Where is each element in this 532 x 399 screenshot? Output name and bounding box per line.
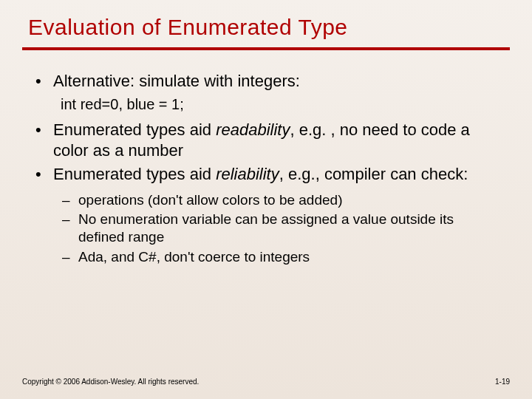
title-rule: [22, 47, 510, 50]
bullet-list: Alternative: simulate with integers:: [31, 71, 501, 92]
footer: Copyright © 2006 Addison-Wesley. All rig…: [22, 378, 510, 386]
dash-list: operations (don't allow colors to be add…: [62, 191, 501, 266]
dash-item: Ada, and C#, don't coerce to integers: [62, 248, 501, 266]
bullet-item: Alternative: simulate with integers:: [31, 71, 501, 92]
slide-content: Alternative: simulate with integers: int…: [22, 71, 510, 266]
bullet-text-em: reliability: [216, 165, 279, 183]
bullet-text-pre: Enumerated types aid: [53, 165, 216, 183]
bullet-text-pre: Enumerated types aid: [53, 120, 216, 139]
page-number: 1-19: [495, 378, 510, 386]
bullet-text: Alternative: simulate with integers:: [53, 72, 300, 90]
bullet-list: Enumerated types aid readability, e.g. ,…: [31, 120, 501, 185]
dash-item: No enumeration variable can be assigned …: [62, 211, 501, 247]
slide-title: Evaluation of Enumerated Type: [28, 15, 510, 40]
bullet-item: Enumerated types aid reliability, e.g., …: [31, 164, 501, 185]
code-line: int red=0, blue = 1;: [61, 95, 501, 114]
copyright-text: Copyright © 2006 Addison-Wesley. All rig…: [22, 378, 199, 386]
bullet-item: Enumerated types aid readability, e.g. ,…: [31, 120, 501, 161]
bullet-text-em: readability: [216, 120, 290, 139]
bullet-text-post: , e.g., compiler can check:: [279, 165, 468, 183]
dash-item: operations (don't allow colors to be add…: [62, 191, 501, 209]
